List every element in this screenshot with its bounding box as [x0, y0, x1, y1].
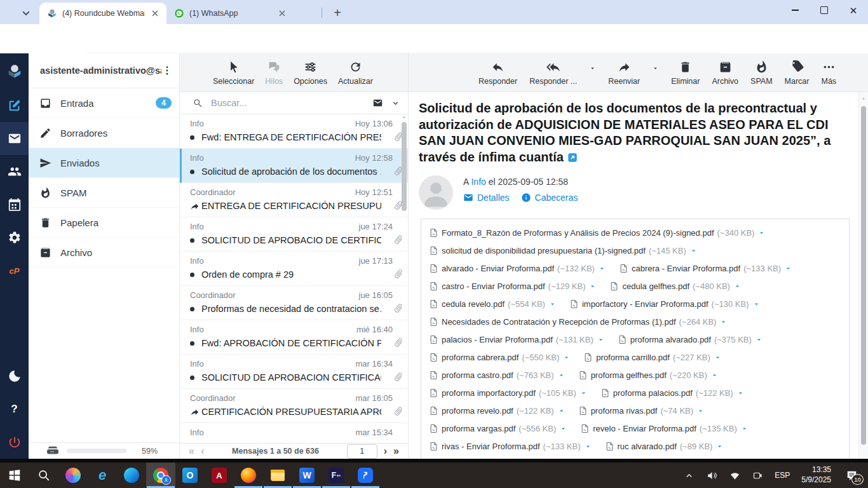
taskbar-search[interactable]	[29, 463, 58, 488]
attachment-menu-caret-icon[interactable]	[559, 424, 567, 433]
minimize-button[interactable]	[780, 0, 810, 20]
message-row[interactable]: Info Hoy 13:06 Fwd: ENTREGA DE CERTIFICA…	[180, 114, 408, 149]
message-row[interactable]: Info Hoy 12:58 Solicitud de aprobación d…	[180, 149, 408, 183]
attachment-menu-caret-icon[interactable]	[784, 264, 792, 273]
attachment-menu-caret-icon[interactable]	[752, 300, 761, 308]
attachment-item[interactable]: alvarado - Enviar Proforma.pdf (~132 KB)	[429, 263, 606, 274]
attachment-item[interactable]: revelo - Enviar Proforma.pdf (~135 KB)	[580, 423, 748, 434]
taskbar-edge[interactable]	[117, 463, 146, 488]
scroll-up-icon[interactable]	[861, 96, 866, 101]
wifi-icon[interactable]	[725, 463, 744, 488]
attachment-item[interactable]: proforma vargas.pdf (~556 KB)	[429, 423, 567, 434]
attachment-item[interactable]: solicitud de disponibilidad presupuestar…	[429, 245, 698, 256]
attachment-name[interactable]: palacios - Enviar Proforma.pdf	[442, 335, 553, 344]
clock[interactable]: 13:35 5/9/2025	[797, 465, 835, 485]
attachment-name[interactable]: proforma castro.pdf	[442, 370, 513, 380]
message-row[interactable]: Info jue 17:24 SOLICITUD DE APROBACIO DE…	[180, 217, 408, 252]
folder-enviados[interactable]: Enviados	[29, 148, 179, 178]
attachment-menu-caret-icon[interactable]	[733, 282, 742, 290]
attachment-name[interactable]: imporfactory - Enviar Proforma.pdf	[582, 299, 709, 309]
attachment-menu-caret-icon[interactable]	[710, 371, 719, 379]
page-input[interactable]	[347, 444, 377, 459]
meet-now-icon[interactable]	[748, 463, 767, 488]
message-row[interactable]: Info mar 16:34 SOLICITUD DE APROBACION C…	[180, 355, 408, 389]
message-toolbar-responder[interactable]: Responder	[478, 60, 517, 86]
first-page-button[interactable]: «	[189, 446, 194, 456]
attachment-name[interactable]: castro - Enviar Proforma.pdf	[442, 281, 545, 291]
attachment-item[interactable]: castro - Enviar Proforma.pdf (~129 KB)	[429, 281, 597, 292]
attachment-name[interactable]: alvarado - Enviar Proforma.pdf	[442, 264, 554, 273]
attachment-item[interactable]: proforma gelfhes.pdf (~220 KB)	[578, 370, 719, 381]
folder-papelera[interactable]: Papelera	[29, 208, 179, 238]
taskbar-app-blue[interactable]	[351, 463, 380, 488]
prev-page-button[interactable]: ‹	[201, 446, 204, 456]
attachment-item[interactable]: Necesidades de Contratación y Recepción …	[429, 316, 728, 327]
taskbar-start[interactable]	[0, 463, 29, 488]
attachment-name[interactable]: Necesidades de Contratación y Recepción …	[442, 317, 676, 327]
attachment-name[interactable]: proforma cabrera.pdf	[442, 353, 519, 362]
attachment-item[interactable]: palacios - Enviar Proforma.pdf (~131 KB)	[429, 334, 605, 345]
message-row[interactable]: Info mar 15:34	[180, 423, 408, 443]
account-menu-icon[interactable]	[161, 65, 173, 76]
attachment-menu-caret-icon[interactable]	[689, 247, 698, 255]
attachment-name[interactable]: cedula gelfhes.pdf	[622, 281, 689, 291]
next-page-button[interactable]: ›	[384, 446, 387, 456]
list-toolbar-seleccionar[interactable]: Seleccionar	[213, 60, 254, 86]
language-indicator[interactable]: ESP	[771, 471, 794, 480]
attachment-menu-caret-icon[interactable]	[597, 336, 605, 344]
attachment-item[interactable]: proforma alvarado.pdf (~375 KB)	[618, 334, 763, 345]
message-row[interactable]: Info jue 17:13 Orden de compra # 29	[180, 252, 408, 286]
browser-tab[interactable]: (1) WhatsApp	[166, 3, 294, 24]
attachment-menu-caret-icon[interactable]	[755, 336, 763, 344]
taskbar-internet-explorer[interactable]: e	[88, 463, 117, 488]
taskbar-copilot[interactable]	[58, 463, 88, 488]
rail-cpanel[interactable]: cP	[0, 254, 29, 287]
attachment-menu-caret-icon[interactable]	[736, 389, 745, 397]
attachment-menu-caret-icon[interactable]	[580, 389, 588, 397]
attachment-name[interactable]: Formato_8_Razón de Proformas y Análisis …	[442, 228, 714, 238]
attachment-name[interactable]: proforma vargas.pdf	[442, 424, 515, 433]
attachment-item[interactable]: Formato_8_Razón de Proformas y Análisis …	[429, 227, 766, 238]
last-page-button[interactable]: »	[393, 446, 399, 456]
message-toolbar-m-s[interactable]: Más	[821, 60, 836, 86]
rail-logout[interactable]	[0, 426, 29, 459]
attachment-menu-caret-icon[interactable]	[598, 264, 606, 273]
attachment-item[interactable]: rivas - Enviar Proforma.pdf (~133 KB)	[429, 441, 592, 452]
taskbar-outlook[interactable]: O	[175, 463, 205, 488]
attachment-menu-caret-icon[interactable]	[740, 424, 749, 433]
attachment-menu-caret-icon[interactable]	[562, 353, 571, 362]
tab-search-icon[interactable]	[19, 6, 33, 20]
attachment-name[interactable]: cabrera - Enviar Proforma.pdf	[632, 264, 740, 273]
close-button[interactable]: ✕	[839, 0, 868, 20]
attachment-item[interactable]: cabrera - Enviar Proforma.pdf (~133 KB)	[619, 263, 792, 274]
list-scrollbar[interactable]	[401, 114, 407, 443]
rail-compose[interactable]	[0, 89, 29, 122]
rail-calendar[interactable]	[0, 188, 29, 221]
attachment-menu-caret-icon[interactable]	[557, 371, 566, 379]
message-row[interactable]: Coordinador jue 16:05 Proformas de neces…	[180, 286, 408, 320]
scroll-up-icon[interactable]	[402, 114, 407, 119]
attachment-menu-caret-icon[interactable]	[584, 442, 592, 451]
list-toolbar-opciones[interactable]: Opciones	[294, 60, 327, 86]
attachment-name[interactable]: proforma imporfactory.pdf	[442, 388, 536, 398]
message-toolbar-eliminar[interactable]: Eliminar	[671, 60, 700, 86]
attachment-item[interactable]: proforma castro.pdf (~763 KB)	[429, 370, 566, 381]
message-toolbar-responder[interactable]: Responder ...	[529, 60, 577, 86]
attachment-name[interactable]: proforma rivas.pdf	[591, 406, 658, 416]
volume-icon[interactable]	[702, 463, 721, 488]
attachment-menu-caret-icon[interactable]	[557, 407, 566, 415]
attachment-item[interactable]: proforma palacios.pdf (~122 KB)	[600, 388, 745, 398]
message-scroll-thumb[interactable]	[861, 106, 866, 445]
attachment-menu-caret-icon[interactable]	[757, 229, 766, 237]
taskbar-firefox[interactable]	[234, 463, 263, 488]
taskbar-chrome[interactable]	[146, 463, 175, 488]
folder-archivo[interactable]: Archivo	[29, 238, 179, 268]
rail-dark-mode[interactable]	[0, 360, 29, 393]
attachment-item[interactable]: cedula revelo.pdf (~554 KB)	[429, 299, 557, 309]
attachment-item[interactable]: proforma cabrera.pdf (~550 KB)	[429, 352, 571, 363]
headers-link[interactable]: Cabeceras	[521, 193, 578, 203]
message-row[interactable]: Coordinador mar 16:05 CERTIFICACIÓN PRES…	[180, 389, 408, 423]
attachment-name[interactable]: revelo - Enviar Proforma.pdf	[593, 424, 696, 433]
message-row[interactable]: Info mié 16:40 Fwd: APROBACIÓN DE CERTIF…	[180, 320, 408, 355]
message-row[interactable]: Coordinador Hoy 12:51 ENTREGA DE CERTIFI…	[180, 183, 408, 217]
